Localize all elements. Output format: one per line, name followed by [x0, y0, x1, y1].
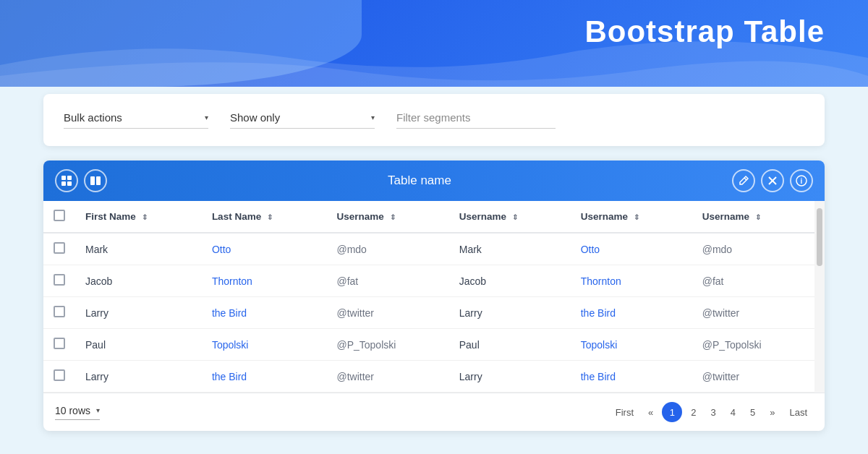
close-icon: [767, 176, 778, 186]
pagination-page-5[interactable]: 5: [744, 404, 761, 421]
table-row: Larrythe Bird@twitterLarrythe Bird@twitt…: [43, 361, 814, 393]
rows-per-page-arrow-icon: ▾: [96, 406, 100, 414]
table-row: Larrythe Bird@twitterLarrythe Bird@twitt…: [43, 297, 814, 329]
rows-per-page-select[interactable]: 10 rows ▾: [55, 405, 100, 420]
row-3-checkbox[interactable]: [54, 338, 65, 349]
row-2-u1: @twitter: [326, 297, 448, 329]
row-3-u3: Topolski: [571, 329, 692, 361]
table-header-row: First Name ⇕ Last Name ⇕ Username ⇕: [43, 201, 814, 233]
row-4-u1: @twitter: [326, 361, 448, 393]
table-left-icons: [55, 169, 107, 192]
pagination-page-4[interactable]: 4: [725, 404, 741, 421]
row-1-u3: Thornton: [571, 265, 692, 297]
checkbox-header: [43, 201, 75, 233]
main-content: Bulk actions ▾ Show only ▾: [0, 0, 868, 445]
vertical-scrollbar[interactable]: [814, 201, 825, 393]
row-3-last: Topolski: [202, 329, 327, 361]
row-3-u1: @P_Topolski: [326, 329, 448, 361]
row-1-u2: Jacob: [449, 265, 571, 297]
table-scroll-area: First Name ⇕ Last Name ⇕ Username ⇕: [43, 201, 825, 393]
show-only-group: Show only ▾: [230, 111, 375, 129]
edit-icon-button[interactable]: [732, 169, 755, 192]
row-4-u4: @twitter: [692, 361, 814, 393]
col-username1[interactable]: Username ⇕: [326, 201, 448, 233]
row-3-u2: Paul: [449, 329, 571, 361]
row-1-checkbox[interactable]: [54, 274, 65, 286]
table-container: Table name i: [43, 160, 825, 431]
col-username2-label: Username: [459, 211, 506, 222]
pagination-next[interactable]: »: [764, 404, 780, 421]
columns-icon-button[interactable]: [84, 169, 107, 192]
filter-segments-input[interactable]: [396, 111, 556, 129]
sort-icon-last-name: ⇕: [267, 213, 273, 221]
pagination-last[interactable]: Last: [783, 404, 813, 421]
row-2-u3: the Bird: [571, 297, 692, 329]
info-icon-button[interactable]: i: [790, 169, 813, 192]
close-icon-button[interactable]: [761, 169, 784, 192]
table-footer: 10 rows ▾ First « 1 2 3 4 5 » Last: [43, 393, 825, 431]
bulk-actions-label: Bulk actions: [64, 111, 199, 124]
row-2-last: the Bird: [202, 297, 327, 329]
rows-per-page-label: 10 rows: [55, 405, 90, 416]
pagination-page-2[interactable]: 2: [685, 404, 702, 421]
svg-rect-2: [61, 181, 66, 186]
svg-rect-3: [67, 181, 72, 186]
columns-icon: [90, 175, 101, 187]
sort-icon-username2: ⇕: [512, 213, 518, 221]
svg-rect-1: [67, 176, 72, 180]
filter-bar: Bulk actions ▾ Show only ▾: [43, 94, 825, 146]
bulk-actions-group: Bulk actions ▾: [64, 111, 208, 129]
row-0-last: Otto: [202, 233, 327, 265]
row-2-checkbox[interactable]: [54, 306, 65, 317]
row-1-first: Jacob: [75, 265, 202, 297]
col-username4-label: Username: [702, 211, 749, 222]
filter-segments-group: [396, 111, 556, 129]
table-right-icons: i: [732, 169, 813, 192]
row-1-u1: @fat: [326, 265, 448, 297]
row-0-checkbox[interactable]: [54, 242, 65, 254]
pagination-first[interactable]: First: [610, 404, 639, 421]
sort-icon-first-name: ⇕: [142, 213, 148, 221]
table-row: MarkOtto@mdoMarkOtto@mdo: [43, 233, 814, 265]
row-4-last: the Bird: [202, 361, 327, 393]
table-body: MarkOtto@mdoMarkOtto@mdoJacobThornton@fa…: [43, 233, 814, 393]
svg-rect-4: [90, 176, 95, 185]
row-0-u1: @mdo: [326, 233, 448, 265]
table-header-bar: Table name i: [43, 160, 825, 201]
row-0-first: Mark: [75, 233, 202, 265]
col-first-name[interactable]: First Name ⇕: [75, 201, 202, 233]
col-username4[interactable]: Username ⇕: [692, 201, 814, 233]
col-username3[interactable]: Username ⇕: [571, 201, 692, 233]
table-data: First Name ⇕ Last Name ⇕ Username ⇕: [43, 201, 814, 393]
svg-text:i: i: [801, 177, 803, 185]
info-icon: i: [796, 175, 807, 187]
row-0-u3: Otto: [571, 233, 692, 265]
col-username2[interactable]: Username ⇕: [449, 201, 571, 233]
col-username1-label: Username: [336, 211, 383, 222]
col-last-name-label: Last Name: [212, 211, 261, 222]
table-row: PaulTopolski@P_TopolskiPaulTopolski@P_To…: [43, 329, 814, 361]
pagination-page-3[interactable]: 3: [705, 404, 721, 421]
table-row: JacobThornton@fatJacobThornton@fat: [43, 265, 814, 297]
data-table: First Name ⇕ Last Name ⇕ Username ⇕: [43, 201, 814, 393]
svg-rect-0: [61, 176, 66, 180]
row-2-u4: @twitter: [692, 297, 814, 329]
pagination-page-1[interactable]: 1: [662, 402, 682, 422]
row-4-u3: the Bird: [571, 361, 692, 393]
edit-icon: [738, 175, 749, 187]
row-4-checkbox[interactable]: [54, 369, 65, 381]
select-all-checkbox[interactable]: [54, 210, 65, 221]
pagination-prev[interactable]: «: [642, 404, 659, 421]
grid-icon: [61, 175, 72, 187]
col-username3-label: Username: [581, 211, 628, 222]
row-2-first: Larry: [75, 297, 202, 329]
col-last-name[interactable]: Last Name ⇕: [202, 201, 327, 233]
show-only-select[interactable]: Show only ▾: [230, 111, 375, 129]
grid-icon-button[interactable]: [55, 169, 78, 192]
row-0-u4: @mdo: [692, 233, 814, 265]
row-3-first: Paul: [75, 329, 202, 361]
sort-icon-username4: ⇕: [755, 213, 761, 221]
bulk-actions-select[interactable]: Bulk actions ▾: [64, 111, 208, 129]
row-3-u4: @P_Topolski: [692, 329, 814, 361]
table-name: Table name: [114, 174, 725, 188]
